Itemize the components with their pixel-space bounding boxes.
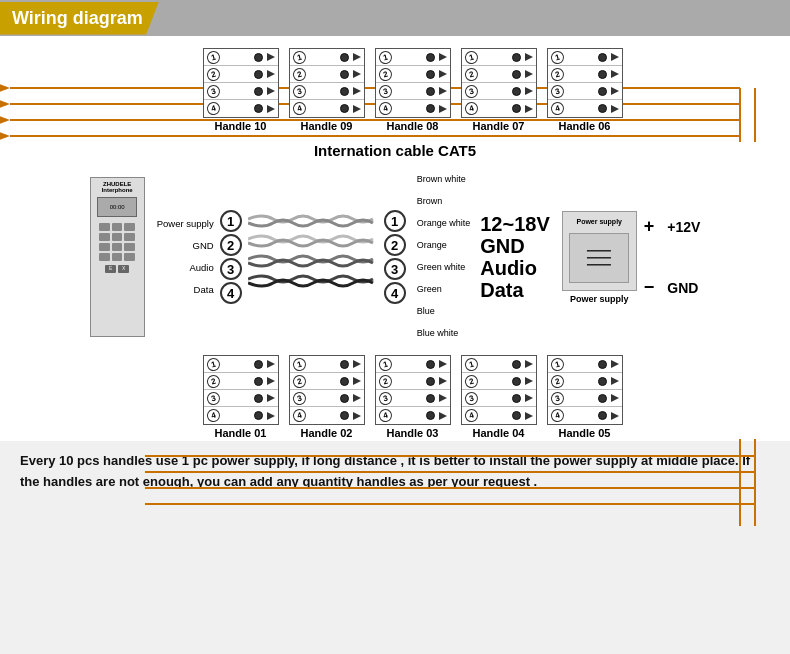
voltage-labels-area: + +12V − GND: [644, 216, 701, 298]
label-gnd: GND: [157, 235, 214, 257]
plus-row: + +12V: [644, 216, 701, 237]
wire-names: Brown white Brown Orange white Orange Gr…: [417, 169, 471, 345]
right-numbers: 1 2 3 4: [384, 210, 406, 304]
handle-04: 1 2 3 4 Handle 04: [461, 355, 537, 439]
minus-sign: −: [644, 277, 655, 298]
middle-section: ZHUDELEInterphone 00:00 E X Powe: [0, 164, 790, 350]
wire-blue: Blue: [417, 301, 471, 323]
wire-brown: Brown: [417, 191, 471, 213]
data-big-label: Data: [480, 279, 550, 301]
wire-orange: Orange: [417, 235, 471, 257]
cable-title: Internation cable CAT5: [0, 142, 790, 159]
left-numbers: 1 2 3 4: [220, 210, 242, 304]
audio-big-label: Audio: [480, 257, 550, 279]
bottom-text: Every 10 pcs handles use 1 pc power supp…: [0, 441, 790, 503]
zhudele-device: ZHUDELEInterphone 00:00 E X: [90, 177, 145, 337]
bottom-handles-container: 1 2 3 4 Handle 01 1 2 3 4 Handle 02: [0, 350, 790, 439]
handle-06: 1 2 3 4 Handle 06: [547, 48, 623, 132]
wire-brown-white: Brown white: [417, 169, 471, 191]
wire-blue-white: Blue white: [417, 323, 471, 345]
power-supply-label: Power supply: [570, 294, 629, 304]
minus-row: − GND: [644, 277, 701, 298]
handle-02: 1 2 3 4 Handle 02: [289, 355, 365, 439]
handle-08: 1 2 3 4 Handle 08: [375, 48, 451, 132]
wire-green-white: Green white: [417, 257, 471, 279]
handle-07: 1 2 3 4 Handle 07: [461, 48, 537, 132]
page: Wiring diagram: [0, 0, 790, 503]
wire-orange-white: Orange white: [417, 213, 471, 235]
handle-09: 1 2 3 4 Handle 09: [289, 48, 365, 132]
handle-05: 1 2 3 4 Handle 05: [547, 355, 623, 439]
voltage-label: 12~18V: [480, 213, 550, 235]
gnd-big-label: GND: [480, 235, 550, 257]
label-data: Data: [157, 279, 214, 301]
top-handles-container: 1 2 3 4 Handle 10 1 2 3 4 Handle 09: [0, 38, 790, 132]
big-function-labels: 12~18V GND Audio Data: [480, 213, 550, 301]
label-power-supply: Power supply: [157, 213, 214, 235]
plus-sign: +: [644, 216, 655, 237]
cable-waves: [248, 209, 378, 305]
plus-voltage: +12V: [667, 219, 700, 235]
handle-01: 1 2 3 4 Handle 01: [203, 355, 279, 439]
header-bar: Wiring diagram: [0, 0, 790, 36]
header-title-bg: Wiring diagram: [0, 2, 159, 35]
left-labels: Power supply GND Audio Data: [157, 213, 214, 301]
cable-section: Internation cable CAT5 ZHUDELEInterphone…: [0, 142, 790, 350]
diagram-area: 1 2 3 4 Handle 10 1 2 3 4 Handle 09: [0, 36, 790, 441]
page-title: Wiring diagram: [12, 8, 143, 29]
handle-10: 1 2 3 4 Handle 10: [203, 48, 279, 132]
wire-green: Green: [417, 279, 471, 301]
minus-gnd: GND: [667, 280, 698, 296]
handle-03: 1 2 3 4 Handle 03: [375, 355, 451, 439]
label-audio: Audio: [157, 257, 214, 279]
power-supply-area: Power supply ━━━━━━ ━━━━━━ ━━━━━━ Power …: [562, 211, 637, 304]
power-supply-box: Power supply ━━━━━━ ━━━━━━ ━━━━━━: [562, 211, 637, 291]
